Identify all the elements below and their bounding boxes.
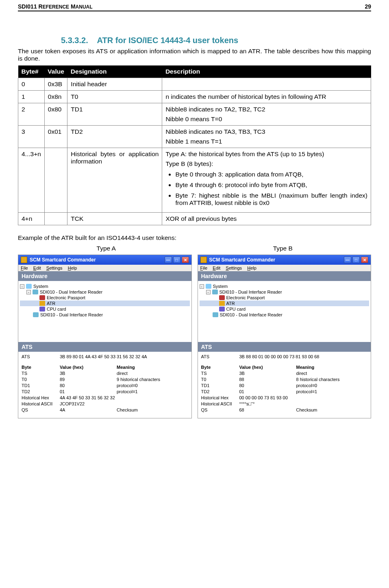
close-button[interactable]: ✕: [361, 257, 368, 263]
tree-reader1[interactable]: -SDI010 - Dual Interface Reader: [200, 289, 369, 295]
reader-icon: [33, 312, 39, 317]
section-number: 5.3.3.2.: [61, 36, 88, 45]
type-a-label: Type A: [18, 245, 195, 252]
page-header: SDI011 REFERENCE MANUAL 29: [18, 0, 371, 11]
table-row: 4...3+n Historical bytes or application …: [18, 148, 371, 213]
minimize-button[interactable]: —: [344, 257, 351, 263]
menu-file[interactable]: File: [21, 266, 28, 270]
table-row: 0 0x3B Initial header: [18, 78, 371, 91]
type-labels: Type A Type B: [18, 245, 371, 252]
menu-help[interactable]: Help: [247, 266, 256, 270]
tree-system[interactable]: -System: [200, 283, 369, 289]
hardware-tree[interactable]: -System -SDI010 - Dual Interface Reader …: [18, 281, 191, 342]
menu-settings[interactable]: Settings: [226, 266, 242, 270]
panel-hardware: Hardware: [198, 271, 371, 281]
passport-icon: [39, 295, 45, 300]
table-row: 2 0x80 TD1 Nibble8 indicates no TA2, TB2…: [18, 103, 371, 126]
app-title: SCM Smartcard Commander: [209, 257, 276, 263]
hardware-tree[interactable]: -System -SDI010 - Dual Interface Reader …: [198, 281, 371, 342]
th-description: Description: [162, 65, 371, 78]
th-value: Value: [44, 65, 67, 78]
th-designation: Designation: [67, 65, 162, 78]
ats-label: ATS: [22, 354, 60, 359]
menubar[interactable]: File Edit Settings Help: [18, 265, 191, 271]
ats-value: 3B 88 80 01 00 00 00 00 73 81 93 00 68: [239, 354, 368, 359]
screenshot-type-b: SCM Smartcard Commander — □ ✕ File Edit …: [198, 255, 372, 418]
menubar[interactable]: File Edit Settings Help: [198, 265, 371, 271]
atr-icon: [219, 301, 225, 306]
atr-table: Byte# Value Designation Description 0 0x…: [18, 65, 371, 225]
ats-value: 3B 89 80 01 4A 43 4F 50 33 31 56 32 32 4…: [60, 354, 188, 359]
close-button[interactable]: ✕: [182, 257, 189, 263]
tree-atr[interactable]: ATR: [200, 301, 369, 306]
table-row: 4+n TCK XOR of all previous bytes: [18, 213, 371, 225]
menu-edit[interactable]: Edit: [33, 266, 41, 270]
tree-cpu[interactable]: CPU card: [20, 306, 190, 312]
ats-grid: Byte Value (hex) Meaning TS3BdirectT0888…: [201, 365, 368, 412]
panel-ats: ATS: [198, 342, 371, 352]
header-rule: [18, 11, 371, 11]
system-icon: [206, 284, 211, 289]
doc-title: SDI011 REFERENCE MANUAL: [18, 3, 93, 10]
tree-passport[interactable]: Electronic Passport: [200, 295, 369, 301]
tree-reader2[interactable]: SDI010 - Dual Interface Reader: [20, 312, 190, 318]
reader-icon: [33, 290, 38, 294]
intro-paragraph: The user token exposes its ATS or applic…: [18, 48, 371, 62]
maximize-button[interactable]: □: [173, 257, 180, 263]
titlebar[interactable]: SCM Smartcard Commander — □ ✕: [18, 255, 191, 265]
app-title: SCM Smartcard Commander: [30, 257, 96, 263]
menu-edit[interactable]: Edit: [213, 266, 220, 270]
atr-icon: [39, 301, 45, 306]
screenshot-type-a: SCM Smartcard Commander — □ ✕ File Edit …: [18, 255, 192, 418]
table-row: 3 0x01 TD2 Nibble8 indicates no TA3, TB3…: [18, 126, 371, 148]
section-heading: 5.3.3.2. ATR for ISO/IEC 14443-4 user to…: [61, 36, 371, 45]
maximize-button[interactable]: □: [352, 257, 360, 263]
page-number: 29: [365, 3, 371, 10]
section-title: ATR for ISO/IEC 14443-4 user tokens: [97, 36, 239, 45]
menu-help[interactable]: Help: [68, 266, 77, 270]
example-note: Example of the ATR built for an ISO14443…: [18, 234, 371, 242]
reader-icon: [212, 290, 218, 294]
passport-icon: [219, 295, 225, 300]
panel-hardware: Hardware: [18, 271, 191, 281]
titlebar[interactable]: SCM Smartcard Commander — □ ✕: [198, 255, 371, 265]
cpu-icon: [219, 307, 225, 311]
ats-grid: Byte Value (hex) Meaning TS3BdirectT0899…: [22, 365, 188, 412]
tree-reader2[interactable]: SDI010 - Dual Interface Reader: [200, 312, 369, 318]
type-b-label: Type B: [195, 245, 372, 252]
menu-settings[interactable]: Settings: [46, 266, 63, 270]
minimize-button[interactable]: —: [165, 257, 172, 263]
menu-file[interactable]: File: [200, 266, 208, 270]
ats-body: ATS 3B 88 80 01 00 00 00 00 73 81 93 00 …: [198, 352, 371, 418]
tree-reader1[interactable]: -SDI010 - Dual Interface Reader: [20, 289, 190, 295]
tree-system[interactable]: -System: [20, 283, 190, 289]
tree-cpu[interactable]: CPU card: [200, 306, 369, 312]
ats-body: ATS 3B 89 80 01 4A 43 4F 50 33 31 56 32 …: [18, 352, 191, 418]
app-icon: [21, 257, 27, 263]
app-icon: [200, 257, 207, 263]
th-byte: Byte#: [18, 65, 45, 78]
table-row: 1 0x8n T0 n indicates the number of hist…: [18, 91, 371, 103]
system-icon: [26, 284, 32, 289]
panel-ats: ATS: [18, 342, 191, 352]
reader-icon: [213, 312, 218, 317]
ats-label: ATS: [201, 354, 239, 359]
cpu-icon: [39, 307, 45, 311]
tree-passport[interactable]: Electronic Passport: [20, 295, 190, 301]
tree-atr[interactable]: ATR: [20, 301, 190, 306]
